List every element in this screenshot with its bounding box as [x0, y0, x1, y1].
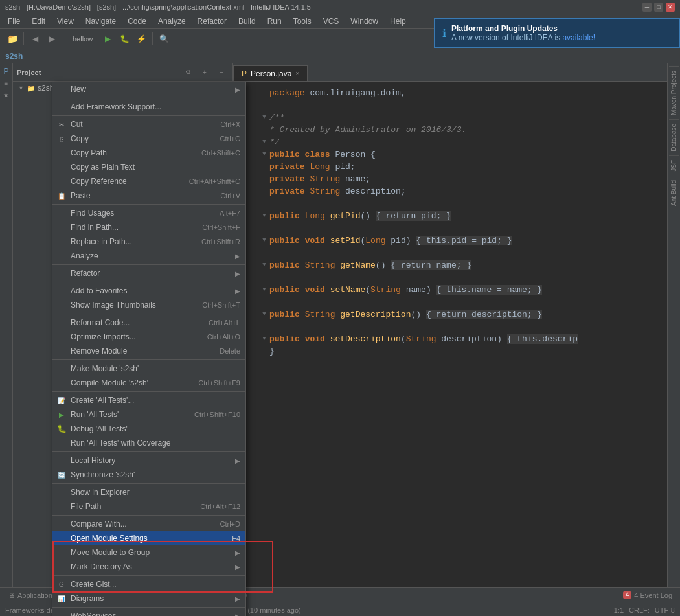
sidebar-structure-icon[interactable]: ≡	[1, 78, 12, 88]
menu-analyze[interactable]: Analyze	[153, 16, 191, 27]
ctx-cut[interactable]: ✂ Cut Ctrl+X	[52, 117, 245, 131]
close-button[interactable]: ✕	[666, 3, 675, 12]
ctx-add-favorites[interactable]: Add to Favorites ▶	[52, 284, 245, 298]
ctx-analyze[interactable]: Analyze ▶	[52, 249, 245, 263]
toolbar-forward[interactable]: ▶	[45, 32, 59, 46]
ctx-replace-path[interactable]: Replace in Path... Ctrl+Shift+R	[52, 234, 245, 249]
menu-vcs[interactable]: VCS	[318, 16, 345, 27]
app-icon-bar: s2sh	[0, 49, 680, 63]
ctx-copy-path[interactable]: Copy Path Ctrl+Shift+C	[52, 146, 245, 160]
ctx-show-thumbnails[interactable]: Show Image Thumbnails Ctrl+Shift+T	[52, 298, 245, 312]
ctx-sep-5	[52, 282, 245, 282]
ctx-create-gist[interactable]: G Create Gist...	[52, 577, 245, 591]
database-label[interactable]: Database	[669, 119, 679, 155]
code-line	[233, 99, 667, 111]
menu-run[interactable]: Run	[262, 16, 287, 27]
ctx-mark-dir[interactable]: Mark Directory As ▶	[52, 560, 245, 574]
toolbar-search[interactable]: 🔍	[157, 32, 171, 46]
project-collapse[interactable]: −	[214, 65, 229, 80]
ctx-sep-9	[52, 451, 245, 452]
ctx-sep-10	[52, 483, 245, 484]
ctx-new[interactable]: New ▶	[52, 82, 245, 97]
project-expand[interactable]: +	[198, 65, 212, 80]
ctx-show-explorer[interactable]: Show in Explorer	[52, 485, 245, 499]
code-line: ▼ /**	[233, 111, 667, 124]
menu-code[interactable]: Code	[122, 16, 152, 27]
ctx-compare-with[interactable]: Compare With... Ctrl+D	[52, 517, 245, 531]
project-settings[interactable]: ⚙	[181, 65, 195, 80]
debug-button[interactable]: 🐛	[117, 32, 131, 46]
code-line: ▼ public void setDescription(String desc…	[233, 333, 667, 345]
tab-filename: P	[242, 69, 247, 78]
coverage-button[interactable]: ⚡	[134, 32, 148, 46]
editor-area: P Person.java × ℹ Platform and Plugin Up…	[233, 63, 667, 587]
menu-help[interactable]: Help	[385, 16, 411, 27]
ctx-sep-11	[52, 515, 245, 516]
notification-link[interactable]: available!	[562, 33, 595, 42]
menu-window[interactable]: Window	[345, 16, 383, 27]
menu-file[interactable]: File	[3, 16, 25, 27]
maximize-button[interactable]: □	[654, 3, 663, 12]
menu-refactor[interactable]: Refactor	[192, 16, 232, 27]
code-line: ▼ public class Person {	[233, 148, 667, 161]
sidebar-favorites-icon[interactable]: ★	[1, 89, 12, 100]
ctx-refactor[interactable]: Refactor ▶	[52, 266, 245, 280]
tab-label: Person.java	[251, 69, 291, 78]
run-button[interactable]: ▶	[100, 32, 115, 46]
ctx-synchronize[interactable]: 🔄 Synchronize 's2sh'	[52, 468, 245, 482]
ctx-open-module-settings[interactable]: Open Module Settings F4	[52, 531, 245, 545]
ctx-run-tests[interactable]: ▶ Run 'All Tests' Ctrl+Shift+F10	[52, 407, 245, 422]
ctx-move-module[interactable]: Move Module to Group ▶	[52, 545, 245, 560]
sidebar-project-icon[interactable]: P	[1, 66, 12, 76]
menu-build[interactable]: Build	[233, 16, 261, 27]
ant-build-label[interactable]: Ant Build	[669, 176, 679, 210]
window-controls: ─ □ ✕	[642, 3, 675, 12]
toolbar-back[interactable]: ◀	[28, 32, 42, 46]
toolbar-run-config[interactable]: hellow	[67, 32, 98, 46]
ctx-debug-tests[interactable]: 🐛 Debug 'All Tests'	[52, 422, 245, 436]
toolbar-project[interactable]: 📁	[5, 32, 19, 46]
left-sidebar: P ≡ ★	[0, 63, 13, 587]
ctx-copy-plain[interactable]: Copy as Plain Text	[52, 160, 245, 174]
menu-tools[interactable]: Tools	[288, 16, 317, 27]
editor-tabs: P Person.java ×	[233, 63, 667, 82]
notification-content: Platform and Plugin Updates A new versio…	[451, 24, 595, 42]
context-menu: New ▶ Add Framework Support... ✂ Cut Ctr…	[52, 82, 246, 616]
ctx-webservices[interactable]: WebServices ▶	[52, 609, 245, 616]
ctx-diagrams[interactable]: 📊 Diagrams ▶	[52, 591, 245, 606]
project-title: Project	[17, 69, 178, 76]
notification-text: A new version of IntelliJ IDEA is	[451, 33, 560, 42]
ctx-copy[interactable]: ⎘ Copy Ctrl+C	[52, 131, 245, 146]
ctx-sep-13	[52, 607, 245, 608]
ctx-sep-6	[52, 314, 245, 314]
encoding: UTF-8	[655, 606, 675, 614]
code-line	[233, 198, 667, 210]
ctx-local-history[interactable]: Local History ▶	[52, 453, 245, 468]
ctx-paste[interactable]: 📋 Paste Ctrl+V	[52, 188, 245, 203]
menu-view[interactable]: View	[52, 16, 79, 27]
ctx-optimize[interactable]: Optimize Imports... Ctrl+Alt+O	[52, 330, 245, 344]
event-log-tab[interactable]: 4 4 Event Log	[618, 590, 677, 600]
code-line: private String description;	[233, 185, 667, 198]
ctx-file-path[interactable]: File Path Ctrl+Alt+F12	[52, 499, 245, 514]
close-tab-icon[interactable]: ×	[295, 70, 299, 77]
ctx-make-module[interactable]: Make Module 's2sh'	[52, 361, 245, 376]
maven-projects-label[interactable]: Maven Projects	[669, 66, 679, 119]
ctx-remove-module[interactable]: Remove Module Delete	[52, 344, 245, 358]
cursor-position: 1:1	[614, 606, 624, 614]
jsf-label[interactable]: JSF	[669, 155, 679, 176]
menu-navigate[interactable]: Navigate	[80, 16, 121, 27]
ctx-compile-module[interactable]: Compile Module 's2sh' Ctrl+Shift+F9	[52, 376, 245, 390]
editor-tab-person-java[interactable]: P Person.java ×	[233, 65, 308, 81]
ctx-add-framework[interactable]: Add Framework Support...	[52, 100, 245, 114]
ctx-find-usages[interactable]: Find Usages Alt+F7	[52, 206, 245, 220]
menu-edit[interactable]: Edit	[27, 16, 51, 27]
editor-content[interactable]: package com.liruigang.doim, ▼ /** * Crea…	[233, 82, 667, 587]
minimize-button[interactable]: ─	[642, 3, 652, 12]
ctx-reformat[interactable]: Reformat Code... Ctrl+Alt+L	[52, 315, 245, 330]
ctx-create-tests[interactable]: 📝 Create 'All Tests'...	[52, 393, 245, 407]
ctx-find-path[interactable]: Find in Path... Ctrl+Shift+F	[52, 220, 245, 234]
ctx-copy-ref[interactable]: Copy Reference Ctrl+Alt+Shift+C	[52, 174, 245, 188]
cut-icon: ✂	[56, 119, 67, 130]
ctx-run-coverage[interactable]: Run 'All Tests' with Coverage	[52, 436, 245, 450]
